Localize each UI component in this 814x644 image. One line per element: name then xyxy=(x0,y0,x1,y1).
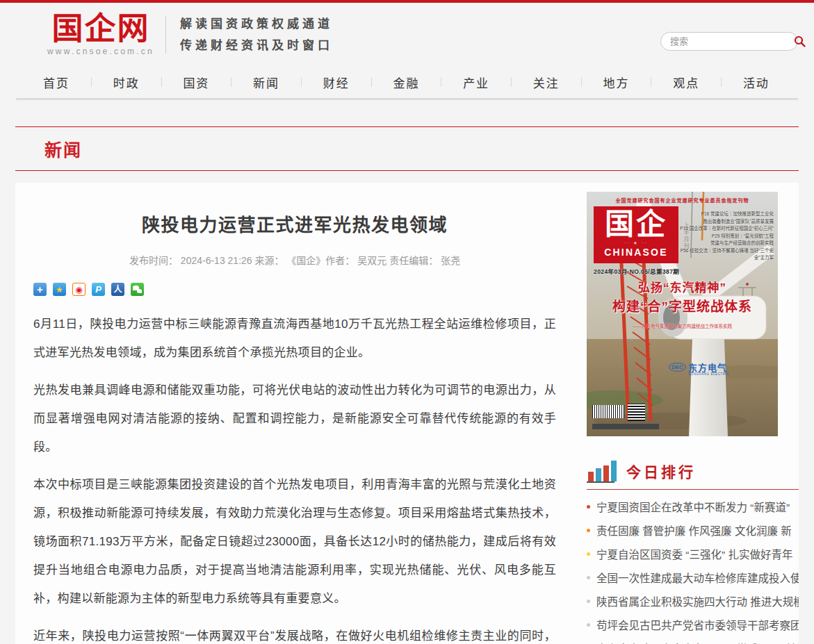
search-icon xyxy=(794,35,806,47)
site-header: 国企网 www.cnsoe.com.cn 解读国资政策权威通道 传递财经资讯及时… xyxy=(0,3,814,66)
share-toolbar: + ★ ◉ P 人 xyxy=(33,283,556,296)
magazine-logo-cn: 国企 xyxy=(594,208,678,241)
logo-url: www.cnsoe.com.cn xyxy=(47,47,154,56)
nav-separator xyxy=(161,77,162,87)
search-input[interactable] xyxy=(669,35,794,47)
nav-item-home[interactable]: 首页 xyxy=(43,74,70,91)
nav-separator xyxy=(441,77,441,87)
ranking-item[interactable]: 宁夏自治区国资委 “三强化” 扎实做好青年 xyxy=(587,542,799,565)
ranking-item-text[interactable]: 陕西省属企业积极实施四大行动 推进大规模 xyxy=(596,593,799,609)
ranking-item-text[interactable]: 苟坪会见古巴共产党省市委领导干部考察团 xyxy=(596,617,799,632)
nav-item-news[interactable]: 新闻 xyxy=(253,74,279,91)
nav-item-industry[interactable]: 产业 xyxy=(463,74,489,91)
bullet-icon xyxy=(587,623,590,627)
tagline-line1: 解读国资政策权威通道 xyxy=(180,13,333,35)
share-qzone-icon[interactable]: ★ xyxy=(53,283,66,296)
site-logo[interactable]: 国企网 www.cnsoe.com.cn xyxy=(47,13,154,56)
nav-item-finance[interactable]: 金融 xyxy=(393,74,419,91)
header-divider xyxy=(165,16,166,53)
dec-badge: DEC xyxy=(669,363,686,372)
ranking-title: 今日排行 xyxy=(626,461,696,483)
nav-separator xyxy=(581,77,582,87)
magazine-issue: 2024年03月·NO.05/总第387期 xyxy=(594,267,679,275)
nav-separator xyxy=(301,77,302,87)
article-body: 6月11日，陕投电力运营中标三峡能源青豫直流海西基地10万千瓦光热工程全站运维检… xyxy=(33,310,556,644)
bullet-icon xyxy=(587,552,590,556)
ranking-item-text[interactable]: 宁夏国资国企在改革中不断发力 “新赛道” xyxy=(596,499,790,514)
ranking-item[interactable]: 责任固廉 督管护廉 作风强廉 文化润廉 新 xyxy=(587,518,799,542)
nav-item-focus[interactable]: 关注 xyxy=(533,74,560,91)
magazine-headline-line1: 弘扬“东汽精神” xyxy=(587,279,778,297)
share-tencent-weibo-icon[interactable]: P xyxy=(92,283,105,296)
bullet-icon xyxy=(587,505,590,509)
magazine-headline-line2: 构建“合”字型统战体系 xyxy=(587,297,778,317)
share-renren-icon[interactable]: 人 xyxy=(111,283,124,296)
article-paragraph: 6月11日，陕投电力运营中标三峡能源青豫直流海西基地10万千瓦光热工程全站运维检… xyxy=(33,310,556,367)
toc-line: 跑出装备制造业“国家队”高质量发展 xyxy=(679,218,774,226)
ranking-list: 宁夏国资国企在改革中不断发力 “新赛道” 责任固廉 督管护廉 作风强廉 文化润廉… xyxy=(587,495,799,644)
dec-name-en: DONGFANG ELECTRIC xyxy=(688,372,729,376)
tagline-line2: 传递财经资讯及时窗口 xyxy=(180,35,333,56)
ranking-item[interactable]: 陕西省属企业积极实施四大行动 推进大规模 xyxy=(587,589,799,613)
nav-separator xyxy=(651,77,651,87)
toc-line: 党建与生产经营融合的创新实践 xyxy=(679,240,774,247)
nav-separator xyxy=(511,77,512,87)
share-sina-weibo-icon[interactable]: ◉ xyxy=(72,283,86,296)
magazine-top-line: 全国党建研究会国有企业党建研究专业委员会指定刊物 xyxy=(587,197,778,204)
toc-line: P56 经验交流｜坚持不懈凝心铸魂 当好“三个安全”主力军 xyxy=(679,247,774,262)
sidebar: 全国党建研究会国有企业党建研究专业委员会指定刊物 国企 ·· ★ ·· CHIN… xyxy=(587,183,799,644)
site-tagline: 解读国资政策权威通道 传递财经资讯及时窗口 xyxy=(180,13,333,56)
search-box[interactable] xyxy=(660,32,798,51)
main-nav: 首页 时政 国资 新闻 财经 金融 产业 关注 地方 观点 活动 xyxy=(0,66,814,98)
ranking-item[interactable]: 宁夏国资国企在改革中不断发力 “新赛道” xyxy=(587,495,799,518)
magazine-cover[interactable]: 全国党建研究会国有企业党建研究专业委员会指定刊物 国企 ·· ★ ·· CHIN… xyxy=(587,192,778,436)
share-wechat-icon[interactable] xyxy=(131,283,144,296)
nav-item-opinion[interactable]: 观点 xyxy=(673,74,699,91)
ranking-header: 今日排行 xyxy=(587,459,799,490)
toc-line: P29 特别策划｜“星光领航”工程 xyxy=(679,233,774,240)
magazine-headline: 弘扬“东汽精神” 构建“合”字型统战体系 xyxy=(587,279,778,317)
ranking-item-text[interactable]: 责任固廉 督管护廉 作风强廉 文化润廉 新 xyxy=(596,522,792,538)
article-meta: 发布时间： 2024-6-13 21:26 来源： 《国企》作者： 吴双元 责任… xyxy=(33,253,556,267)
magazine-logo-en: CHINASOE xyxy=(594,247,678,258)
bullet-icon xyxy=(587,529,590,532)
barcode xyxy=(592,405,624,418)
nav-bottom-rule xyxy=(16,98,798,100)
nav-separator xyxy=(91,77,92,87)
toc-line: P16 党建论坛｜加快推进新型工业化 xyxy=(679,210,774,218)
bullet-icon xyxy=(587,600,590,603)
nav-item-activity[interactable]: 活动 xyxy=(743,74,770,91)
nav-item-caijing[interactable]: 财经 xyxy=(323,74,350,91)
nav-item-politics[interactable]: 时政 xyxy=(113,74,140,91)
ranking-item-text[interactable]: 山东青岛胶州自来水有限公司党委召开 “精准 xyxy=(596,641,799,644)
ranking-item-text[interactable]: 全国一次性建成最大动车检修库建成投入使用 xyxy=(596,570,799,585)
ranking-item[interactable]: 苟坪会见古巴共产党省市委领导干部考察团 xyxy=(587,613,799,636)
magazine-headline-sub: ——东方电气集团凝心聚力构建统战工作体系实践 xyxy=(603,322,761,329)
bullet-icon xyxy=(587,576,590,579)
share-more-icon[interactable]: + xyxy=(33,283,47,296)
ranking-item[interactable]: 全国一次性建成最大动车检修库建成投入使用 xyxy=(587,565,799,589)
bar-chart-icon xyxy=(587,459,617,483)
article-title: 陕投电力运营正式进军光热发电领域 xyxy=(33,210,556,236)
article-paragraph: 本次中标项目是三峡能源集团投资建设的首个光热发电项目，利用青海丰富的光照与荒漠化… xyxy=(33,470,556,613)
section-header: 新闻 xyxy=(15,126,799,171)
magazine-toc: P16 党建论坛｜加快推进新型工业化 跑出装备制造业“国家队”高质量发展 P18… xyxy=(679,210,774,262)
nav-separator xyxy=(721,77,722,87)
article-paragraph: 近年来，陕投电力运营按照“一体两翼双平台”发展战略，在做好火电机组检维修主责主业… xyxy=(33,622,556,644)
nav-separator xyxy=(231,77,231,87)
magazine-logo-stars: ·· ★ ·· xyxy=(594,241,678,245)
toc-line: P18 国企改革｜在新时代新征程国企“初心三问” xyxy=(679,225,774,233)
ranking-item-text[interactable]: 宁夏自治区国资委 “三强化” 扎实做好青年 xyxy=(596,546,792,561)
price-strip xyxy=(592,424,659,429)
article-paragraph: 光热发电兼具调峰电源和储能双重功能，可将光伏电站的波动性出力转化为可调节的电源出… xyxy=(33,376,556,461)
ranking-item[interactable]: 山东青岛胶州自来水有限公司党委召开 “精准 xyxy=(587,636,799,644)
search-button[interactable] xyxy=(794,35,806,47)
nav-item-stateassets[interactable]: 国资 xyxy=(183,74,209,91)
qr-code xyxy=(628,404,645,421)
content-area: 陕投电力运营正式进军光热发电领域 发布时间： 2024-6-13 21:26 来… xyxy=(15,183,799,644)
logo-text[interactable]: 国企网 xyxy=(51,13,149,44)
nav-item-local[interactable]: 地方 xyxy=(603,74,630,91)
section-title: 新闻 xyxy=(44,136,799,161)
nav-separator xyxy=(371,77,372,87)
article: 陕投电力运营正式进军光热发电领域 发布时间： 2024-6-13 21:26 来… xyxy=(15,183,556,644)
